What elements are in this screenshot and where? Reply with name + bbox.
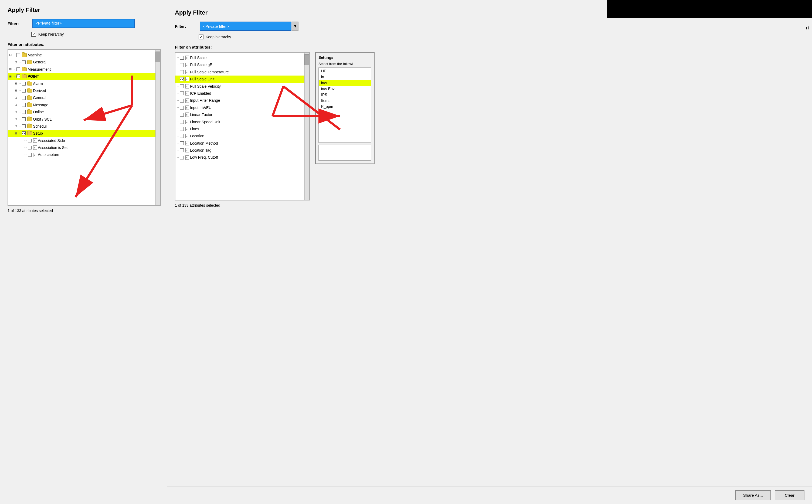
tree-item[interactable]: ··· Input mV/EU: [175, 104, 309, 111]
checkbox-fullscalege[interactable]: [180, 63, 184, 67]
tree-item[interactable]: ··· Location Method: [175, 140, 309, 147]
checkbox-inputmv[interactable]: [180, 106, 184, 110]
settings-panel: Settings Select from the followi HP in i…: [315, 52, 375, 164]
checkbox-locationtag[interactable]: [180, 148, 184, 152]
checkbox-alarm[interactable]: [22, 82, 26, 86]
tree-item-setup[interactable]: ⊟ ··· ✓ Setup: [8, 130, 160, 137]
tree-item[interactable]: ⊟ ··· Machine: [8, 52, 160, 59]
right-tree-container[interactable]: ··· Full Scale ··· Full Scale gE ··· Ful…: [175, 52, 310, 200]
checkbox-derived[interactable]: [22, 89, 26, 93]
checkbox-linearspeed[interactable]: [180, 120, 184, 124]
checkbox-measurement[interactable]: [16, 67, 20, 71]
checkbox-point[interactable]: ✓: [16, 74, 20, 78]
filter-dropdown-arrow[interactable]: ▼: [292, 22, 298, 31]
expand-icon[interactable]: ⊞: [15, 124, 18, 129]
tree-item-fullscaleunit[interactable]: ··· ✓ Full Scale Unit: [175, 76, 309, 83]
expand-icon[interactable]: ⊞: [15, 60, 18, 65]
checkbox-lines[interactable]: [180, 127, 184, 131]
tree-item[interactable]: ··· Full Scale Temperature: [175, 69, 309, 76]
tree-item[interactable]: ··· Full Scale Velocity: [175, 83, 309, 90]
right-keep-hierarchy-checkbox[interactable]: ✓: [199, 35, 203, 39]
checkbox-icpenabled[interactable]: [180, 91, 184, 95]
tree-item[interactable]: ··· Full Scale: [175, 54, 309, 61]
tree-item-point[interactable]: ⊟ ··· ✓ POINT: [8, 73, 160, 80]
tree-item[interactable]: ⊞ ··· Derived: [8, 87, 160, 94]
checkbox-fullscalevelocity[interactable]: [180, 84, 184, 88]
right-filter-row: Filter: <Private filter> ▼ Fi: [175, 22, 804, 31]
tree-item[interactable]: ⊞ ··· General: [8, 94, 160, 101]
tree-item[interactable]: ⊞ ··· Online: [8, 108, 160, 115]
checkbox-linearfactor[interactable]: [180, 113, 184, 117]
checkbox-setup[interactable]: ✓: [22, 131, 26, 135]
checkbox-fullscale[interactable]: [180, 56, 184, 60]
checkbox-machine[interactable]: [16, 53, 20, 57]
expand-icon[interactable]: ⊟: [15, 131, 18, 136]
checkbox-assocset[interactable]: [28, 146, 32, 149]
expand-icon[interactable]: ⊟: [9, 74, 13, 79]
checkbox-schedul[interactable]: [22, 124, 26, 128]
settings-list[interactable]: HP in in/s in/s Env IPS Items K_ppm: [318, 67, 371, 143]
right-tree-scrollbar[interactable]: [304, 53, 309, 200]
checkbox-locationmethod[interactable]: [180, 141, 184, 145]
left-scrollbar[interactable]: [155, 50, 160, 205]
expand-icon[interactable]: ⊞: [15, 81, 18, 86]
expand-icon[interactable]: ⊞: [15, 103, 18, 107]
tree-item[interactable]: ··· Location Tag: [175, 147, 309, 154]
settings-item-items[interactable]: Items: [319, 98, 371, 104]
left-filter-input[interactable]: <Private filter>: [32, 19, 135, 28]
tree-item[interactable]: ⊞ ··· Orbit / SCL: [8, 116, 160, 123]
tree-item[interactable]: ··· ICP Enabled: [175, 90, 309, 97]
tree-item[interactable]: ··· Location: [175, 132, 309, 139]
tree-item[interactable]: ⊞ ··· General: [8, 59, 160, 66]
tree-item[interactable]: ⊞ ··· Message: [8, 101, 160, 108]
left-filter-attributes-label: Filter on attributes:: [8, 42, 159, 47]
expand-icon[interactable]: ⊞: [15, 88, 18, 93]
checkbox-assocside[interactable]: [28, 139, 32, 142]
tree-item[interactable]: ⊞ ··· Schedul: [8, 123, 160, 130]
tree-item[interactable]: ···· Associated Side: [8, 137, 160, 144]
expand-icon[interactable]: ⊞: [15, 96, 18, 100]
scrollbar-thumb[interactable]: [304, 54, 309, 65]
tree-item[interactable]: ··· Low Freq. Cutoff: [175, 154, 309, 161]
checkbox-inputfilter[interactable]: [180, 99, 184, 103]
expand-icon[interactable]: ⊞: [15, 110, 18, 115]
checkbox-lowfreq[interactable]: [180, 156, 184, 159]
checkbox-message[interactable]: [22, 103, 26, 107]
tree-item[interactable]: ··· Lines: [175, 125, 309, 132]
left-keep-hierarchy-checkbox[interactable]: ✓: [31, 32, 36, 37]
tree-label: Full Scale Temperature: [190, 69, 229, 75]
tree-item[interactable]: ··· Full Scale gE: [175, 61, 309, 68]
tree-item[interactable]: ···· Auto capture: [8, 151, 160, 158]
expand-icon[interactable]: ⊞: [15, 117, 18, 122]
tree-item[interactable]: ··· Linear Speed Unit: [175, 118, 309, 125]
checkbox-location[interactable]: [180, 134, 184, 138]
settings-item-hp[interactable]: HP: [319, 68, 371, 74]
right-filter-input[interactable]: <Private filter>: [200, 22, 291, 31]
clear-button[interactable]: Clear: [775, 490, 804, 500]
settings-item-ips[interactable]: IPS: [319, 92, 371, 98]
checkbox-fullscaleunit[interactable]: ✓: [180, 77, 184, 81]
scrollbar-thumb[interactable]: [155, 52, 160, 62]
expand-icon[interactable]: ⊞: [9, 67, 13, 72]
tree-item[interactable]: ···· Association is Set: [8, 144, 160, 151]
settings-item-insenv[interactable]: in/s Env: [319, 86, 371, 92]
settings-item-ins[interactable]: in/s: [319, 80, 371, 86]
settings-item-kppm[interactable]: K_ppm: [319, 104, 371, 110]
checkbox-orbit[interactable]: [22, 117, 26, 121]
checkbox-autocapture[interactable]: [28, 153, 32, 157]
tree-item[interactable]: ··· Input Filter Range: [175, 97, 309, 104]
expand-icon[interactable]: ⊟: [9, 53, 13, 57]
checkbox-general2[interactable]: [22, 96, 26, 100]
settings-item-in[interactable]: in: [319, 74, 371, 80]
checkbox-general1[interactable]: [22, 60, 26, 64]
tree-item[interactable]: ⊞ ··· Alarm: [8, 80, 160, 87]
tree-item[interactable]: ⊞ ··· Measurement: [8, 66, 160, 73]
folder-icon: [27, 131, 32, 135]
left-tree-container[interactable]: ⊟ ··· Machine ⊞ ··· General ⊞ ··· Measur…: [8, 49, 161, 206]
share-as-button[interactable]: Share As...: [735, 490, 771, 500]
checkbox-fullscaletemp[interactable]: [180, 70, 184, 74]
checkbox-online[interactable]: [22, 110, 26, 114]
tree-label: Full Scale Velocity: [190, 83, 221, 89]
tree-item[interactable]: ··· Linear Factor: [175, 111, 309, 118]
tree-label: Location Tag: [190, 147, 211, 153]
